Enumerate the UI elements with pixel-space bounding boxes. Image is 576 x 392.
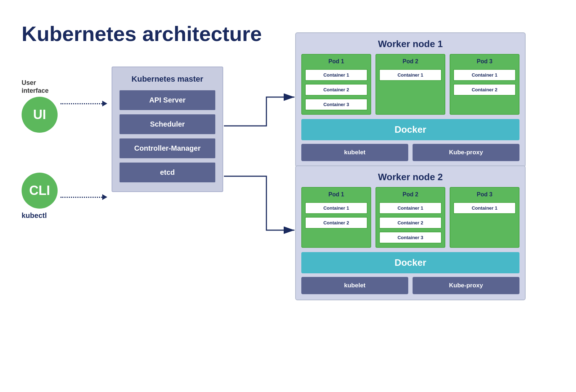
scheduler-item: Scheduler	[120, 114, 215, 134]
worker2-pod1-container1: Container 1	[305, 202, 368, 214]
ui-circle: UI	[22, 97, 58, 133]
dotted-line	[60, 197, 102, 198]
worker2-pod2-label: Pod 2	[379, 191, 442, 198]
kubernetes-master-box: Kubernetes master API Server Scheduler C…	[112, 67, 223, 192]
worker-node-2-title: Worker node 2	[301, 172, 519, 183]
worker-node-1-pods-row: Pod 1 Container 1 Container 2 Container …	[301, 54, 519, 115]
dotted-line	[60, 103, 102, 104]
worker-node-2-pods-row: Pod 1 Container 1 Container 2 Pod 2 Cont…	[301, 187, 519, 248]
worker1-pod3: Pod 3 Container 1 Container 2	[450, 54, 519, 115]
worker2-pod2-container3: Container 3	[379, 232, 442, 243]
worker1-pod3-container2: Container 2	[453, 84, 516, 96]
worker2-pod3-label: Pod 3	[453, 191, 516, 198]
worker2-pod2-container1: Container 1	[379, 202, 442, 214]
worker2-infra-row: kubelet Kube-proxy	[301, 277, 519, 294]
ui-arrow	[60, 100, 107, 107]
worker1-pod1-label: Pod 1	[305, 58, 368, 65]
worker1-pod1-container1: Container 1	[305, 69, 368, 81]
worker1-pod3-label: Pod 3	[453, 58, 516, 65]
worker2-pod1: Pod 1 Container 1 Container 2	[301, 187, 371, 248]
worker2-pod1-container2: Container 2	[305, 217, 368, 229]
worker2-kube-proxy: Kube-proxy	[413, 277, 519, 294]
worker2-pod1-label: Pod 1	[305, 191, 368, 198]
worker1-pod2-label: Pod 2	[379, 58, 442, 65]
worker1-pod1: Pod 1 Container 1 Container 2 Container …	[301, 54, 371, 115]
etcd-item: etcd	[120, 163, 215, 182]
worker1-kube-proxy: Kube-proxy	[413, 144, 519, 161]
worker1-infra-row: kubelet Kube-proxy	[301, 144, 519, 161]
worker1-pod2-container1: Container 1	[379, 69, 442, 81]
worker1-docker-bar: Docker	[301, 119, 519, 140]
worker-node-2: Worker node 2 Pod 1 Container 1 Containe…	[295, 165, 526, 300]
user-interface-section: Userinterface UI	[22, 79, 58, 133]
worker2-pod2-container2: Container 2	[379, 217, 442, 229]
worker1-pod3-container1: Container 1	[453, 69, 516, 81]
page-title: Kubernetes architecture	[22, 22, 262, 46]
arrow-head-icon	[102, 101, 107, 106]
api-server-item: API Server	[120, 90, 215, 110]
master-title: Kubernetes master	[120, 74, 215, 84]
arrow-head-icon	[102, 194, 107, 200]
worker-node-1: Worker node 1 Pod 1 Container 1 Containe…	[295, 32, 526, 167]
worker2-pod3: Pod 3 Container 1	[450, 187, 519, 248]
worker2-kubelet: kubelet	[301, 277, 408, 294]
controller-manager-item: Controller-Manager	[120, 138, 215, 158]
worker1-pod2: Pod 2 Container 1	[375, 54, 445, 115]
kubectl-label: kubectl	[22, 211, 47, 220]
worker-node-1-title: Worker node 1	[301, 38, 519, 50]
worker1-kubelet: kubelet	[301, 144, 408, 161]
user-interface-label: Userinterface	[22, 79, 49, 95]
worker2-pod2: Pod 2 Container 1 Container 2 Container …	[375, 187, 445, 248]
worker2-docker-bar: Docker	[301, 252, 519, 273]
worker1-pod1-container3: Container 3	[305, 99, 368, 110]
worker1-pod1-container2: Container 2	[305, 84, 368, 96]
cli-section: CLI kubectl	[22, 173, 58, 220]
worker2-pod3-container1: Container 1	[453, 202, 516, 214]
cli-arrow	[60, 193, 107, 201]
cli-circle: CLI	[22, 173, 58, 209]
